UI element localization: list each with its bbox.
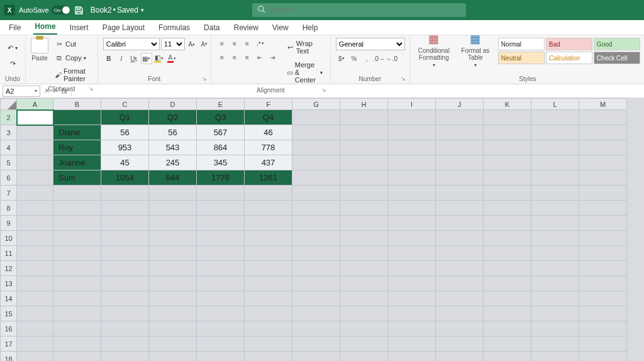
row-header-6[interactable]: 6: [1, 170, 17, 186]
cell-C13[interactable]: [101, 276, 149, 291]
cell-E3[interactable]: 567: [197, 125, 245, 140]
style-bad[interactable]: Bad: [546, 38, 592, 50]
tab-data[interactable]: Data: [203, 21, 221, 35]
cell-M6[interactable]: [579, 170, 627, 186]
cell-E5[interactable]: 345: [197, 155, 245, 170]
cell-K15[interactable]: [484, 306, 531, 321]
cell-B2[interactable]: [53, 110, 101, 125]
decrease-indent-button[interactable]: ⇤: [254, 52, 265, 63]
cell-J18[interactable]: [436, 352, 484, 362]
cell-M18[interactable]: [579, 352, 627, 362]
cell-I16[interactable]: [388, 321, 436, 336]
cell-G4[interactable]: [292, 140, 340, 155]
italic-button[interactable]: I: [116, 53, 127, 64]
cell-E10[interactable]: [197, 231, 245, 246]
cell-K9[interactable]: [484, 216, 531, 231]
cell-D5[interactable]: 245: [149, 155, 197, 170]
document-title[interactable]: Book2 • Saved ▾: [91, 6, 144, 14]
tab-home[interactable]: Home: [33, 19, 57, 35]
col-header-A[interactable]: A: [17, 99, 53, 110]
cell-A4[interactable]: [17, 140, 53, 155]
cell-K5[interactable]: [484, 155, 531, 170]
cell-I9[interactable]: [388, 216, 436, 231]
cell-L14[interactable]: [531, 291, 579, 306]
spreadsheet-grid[interactable]: ABCDEFGHIJKLM2Q1Q2Q3Q43Diane5656567464Ro…: [0, 98, 644, 361]
cell-G7[interactable]: [292, 186, 340, 201]
cell-G15[interactable]: [292, 306, 340, 321]
cell-D17[interactable]: [149, 336, 197, 352]
cell-K10[interactable]: [484, 231, 531, 246]
cell-A12[interactable]: [17, 261, 53, 276]
cell-I14[interactable]: [388, 291, 436, 306]
cell-C7[interactable]: [101, 186, 149, 201]
col-header-B[interactable]: B: [53, 99, 101, 110]
cell-F16[interactable]: [245, 321, 292, 336]
cell-J15[interactable]: [436, 306, 484, 321]
cell-H5[interactable]: [340, 155, 388, 170]
cell-E16[interactable]: [197, 321, 245, 336]
col-header-L[interactable]: L: [531, 99, 579, 110]
cell-G14[interactable]: [292, 291, 340, 306]
cell-H18[interactable]: [340, 352, 388, 362]
cell-I18[interactable]: [388, 352, 436, 362]
cell-H7[interactable]: [340, 186, 388, 201]
cell-F13[interactable]: [245, 276, 292, 291]
cell-C11[interactable]: [101, 246, 149, 261]
decrease-decimal-button[interactable]: ←.0: [386, 53, 397, 64]
cell-M15[interactable]: [579, 306, 627, 321]
conditional-formatting-button[interactable]: ▦ Conditional Formatting ▾: [415, 38, 453, 62]
font-name-select[interactable]: Calibri: [103, 38, 160, 50]
cell-G18[interactable]: [292, 352, 340, 362]
cell-K7[interactable]: [484, 186, 531, 201]
cell-M10[interactable]: [579, 231, 627, 246]
cell-A7[interactable]: [17, 186, 53, 201]
cell-I15[interactable]: [388, 306, 436, 321]
cell-F5[interactable]: 437: [245, 155, 292, 170]
cell-I5[interactable]: [388, 155, 436, 170]
cell-M11[interactable]: [579, 246, 627, 261]
save-icon[interactable]: [74, 5, 84, 15]
cell-B5[interactable]: Joanne: [53, 155, 101, 170]
row-header-12[interactable]: 12: [1, 261, 17, 276]
cell-H17[interactable]: [340, 336, 388, 352]
cell-K2[interactable]: [484, 110, 531, 125]
cell-H12[interactable]: [340, 261, 388, 276]
cell-A5[interactable]: [17, 155, 53, 170]
cell-C14[interactable]: [101, 291, 149, 306]
cell-F14[interactable]: [245, 291, 292, 306]
cell-D13[interactable]: [149, 276, 197, 291]
cell-M17[interactable]: [579, 336, 627, 352]
undo-button[interactable]: ↶▾: [5, 42, 20, 54]
cell-A14[interactable]: [17, 291, 53, 306]
cell-C2[interactable]: Q1: [101, 110, 149, 125]
cell-H16[interactable]: [340, 321, 388, 336]
cell-G2[interactable]: [292, 110, 340, 125]
format-as-table-button[interactable]: ▦ Format as Table ▾: [459, 38, 492, 62]
cell-L18[interactable]: [531, 352, 579, 362]
cell-K11[interactable]: [484, 246, 531, 261]
cell-B7[interactable]: [53, 186, 101, 201]
cell-H3[interactable]: [340, 125, 388, 140]
merge-center-button[interactable]: ▭Merge & Center▾: [284, 59, 325, 86]
cell-D7[interactable]: [149, 186, 197, 201]
cell-I12[interactable]: [388, 261, 436, 276]
cell-G9[interactable]: [292, 216, 340, 231]
cell-F7[interactable]: [245, 186, 292, 201]
cell-M9[interactable]: [579, 216, 627, 231]
cell-G5[interactable]: [292, 155, 340, 170]
cell-B17[interactable]: [53, 336, 101, 352]
increase-indent-button[interactable]: ⇥: [267, 52, 278, 63]
row-header-15[interactable]: 15: [1, 306, 17, 321]
cell-K4[interactable]: [484, 140, 531, 155]
cell-J9[interactable]: [436, 216, 484, 231]
row-header-4[interactable]: 4: [1, 140, 17, 155]
cell-C3[interactable]: 56: [101, 125, 149, 140]
cell-G10[interactable]: [292, 231, 340, 246]
cell-K8[interactable]: [484, 201, 531, 216]
cell-G16[interactable]: [292, 321, 340, 336]
cell-B15[interactable]: [53, 306, 101, 321]
cell-M3[interactable]: [579, 125, 627, 140]
tab-help[interactable]: Help: [301, 21, 319, 35]
cell-I8[interactable]: [388, 201, 436, 216]
cell-J16[interactable]: [436, 321, 484, 336]
